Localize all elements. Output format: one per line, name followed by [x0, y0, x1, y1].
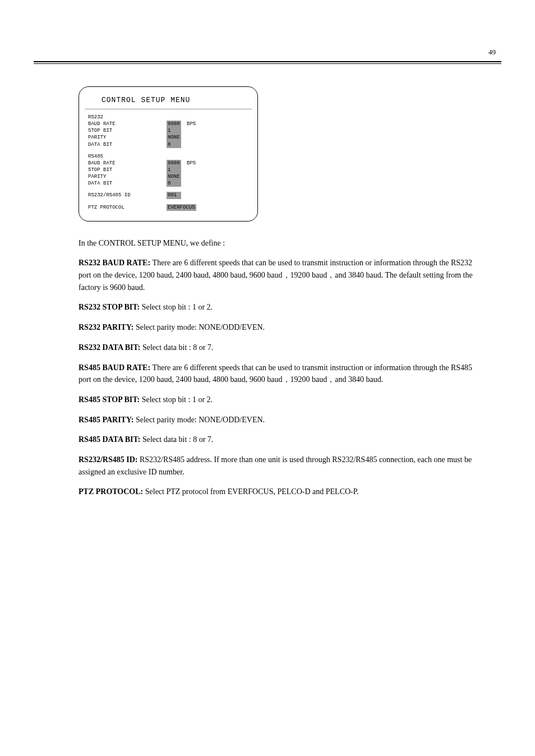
desc-rs232-stop: RS232 STOP BIT: Select stop bit : 1 or 2… — [79, 301, 482, 314]
desc-rs232-stop-text: Select stop bit : 1 or 2. — [142, 303, 213, 311]
desc-rs485-data-label: RS485 DATA BIT: — [79, 435, 142, 444]
desc-ptz-text: Select PTZ protocol from EVERFOCUS, PELC… — [145, 487, 359, 496]
control-setup-menu-box: CONTROL SETUP MENU RS232 BAUD RATE 9600 … — [79, 86, 258, 222]
desc-rs485-stop-label: RS485 STOP BIT: — [79, 395, 142, 404]
desc-rs232-parity-label: RS232 PARITY: — [79, 323, 136, 331]
desc-rs485-data: RS485 DATA BIT: Select data bit : 8 or 7… — [79, 434, 482, 446]
rs485-stop-label: STOP BIT — [88, 167, 167, 173]
rs232-header-text: RS232 — [88, 114, 167, 121]
desc-rs232-parity-text: Select parity mode: NONE/ODD/EVEN. — [136, 323, 265, 331]
rs485-parity-value[interactable]: NONE — [167, 173, 181, 180]
ptz-value[interactable]: EVERFOCUS — [167, 204, 196, 211]
rs232-header: RS232 — [88, 114, 248, 121]
rs232-data-value[interactable]: 8 — [167, 141, 181, 148]
rs232-data-row: DATA BIT 8 — [88, 141, 248, 148]
desc-rs232-data-label: RS232 DATA BIT: — [79, 343, 142, 352]
rs485-baud-label: BAUD RATE — [88, 160, 167, 167]
rs232-baud-value[interactable]: 9600 — [167, 121, 181, 127]
description-intro: In the CONTROL SETUP MENU, we define : — [79, 237, 482, 250]
id-label: RS232/RS485 ID — [88, 192, 167, 199]
ptz-row: PTZ PROTOCOL EVERFOCUS — [88, 204, 248, 211]
id-value[interactable]: 001 — [167, 192, 181, 199]
rs485-stop-value[interactable]: 1 — [167, 167, 181, 173]
menu-body: RS232 BAUD RATE 9600 BPS STOP BIT 1 PARI… — [85, 114, 252, 211]
description-block: In the CONTROL SETUP MENU, we define : R… — [79, 237, 482, 498]
desc-id: RS232/RS485 ID: RS232/RS485 address. If … — [79, 454, 482, 478]
rs485-data-label: DATA BIT — [88, 180, 167, 187]
rs232-data-label: DATA BIT — [88, 141, 167, 148]
rs232-parity-row: PARITY NONE — [88, 134, 248, 141]
rs232-baud-row: BAUD RATE 9600 BPS — [88, 121, 248, 127]
desc-rs232-data: RS232 DATA BIT: Select data bit : 8 or 7… — [79, 342, 482, 354]
rs232-baud-suffix: BPS — [187, 121, 196, 127]
desc-rs485-data-text: Select data bit : 8 or 7. — [142, 435, 213, 444]
rs485-data-value[interactable]: 8 — [167, 180, 181, 187]
desc-id-label: RS232/RS485 ID: — [79, 455, 140, 464]
desc-ptz-label: PTZ PROTOCOL: — [79, 487, 145, 496]
rs232-stop-value[interactable]: 1 — [167, 127, 181, 134]
rs485-baud-row: BAUD RATE 9600 BPS — [88, 160, 248, 167]
desc-rs485-stop: RS485 STOP BIT: Select stop bit : 1 or 2… — [79, 394, 482, 406]
rs232-stop-label: STOP BIT — [88, 127, 167, 134]
desc-rs485-baud-label: RS485 BAUD RATE: — [79, 363, 153, 372]
menu-title: CONTROL SETUP MENU — [85, 93, 252, 109]
rs485-header-text: RS485 — [88, 153, 167, 160]
rs485-baud-suffix: BPS — [187, 160, 196, 167]
rs485-baud-value[interactable]: 9600 — [167, 160, 181, 167]
desc-ptz: PTZ PROTOCOL: Select PTZ protocol from E… — [79, 486, 482, 498]
desc-rs232-data-text: Select data bit : 8 or 7. — [142, 343, 213, 352]
desc-rs232-baud: RS232 BAUD RATE: There are 6 different s… — [79, 257, 482, 293]
ptz-label: PTZ PROTOCOL — [88, 204, 167, 211]
desc-rs485-parity-label: RS485 PARITY: — [79, 416, 136, 424]
desc-rs232-baud-label: RS232 BAUD RATE: — [79, 259, 153, 267]
desc-rs485-parity-text: Select parity mode: NONE/ODD/EVEN. — [136, 416, 265, 424]
page-number: 49 — [34, 48, 501, 57]
rs232-parity-label: PARITY — [88, 134, 167, 141]
rs485-stop-row: STOP BIT 1 — [88, 167, 248, 173]
header-rule — [34, 61, 501, 64]
rs232-baud-label: BAUD RATE — [88, 121, 167, 127]
rs232-parity-value[interactable]: NONE — [167, 134, 181, 141]
desc-rs485-parity: RS485 PARITY: Select parity mode: NONE/O… — [79, 414, 482, 426]
desc-rs232-stop-label: RS232 STOP BIT: — [79, 303, 142, 311]
rs485-parity-row: PARITY NONE — [88, 173, 248, 180]
rs232-stop-row: STOP BIT 1 — [88, 127, 248, 134]
desc-rs232-parity: RS232 PARITY: Select parity mode: NONE/O… — [79, 321, 482, 334]
rs485-header: RS485 — [88, 153, 248, 160]
desc-rs485-baud: RS485 BAUD RATE: There are 6 different s… — [79, 362, 482, 386]
desc-rs485-stop-text: Select stop bit : 1 or 2. — [142, 395, 213, 404]
rs485-data-row: DATA BIT 8 — [88, 180, 248, 187]
rs485-parity-label: PARITY — [88, 173, 167, 180]
id-row: RS232/RS485 ID 001 — [88, 192, 248, 199]
